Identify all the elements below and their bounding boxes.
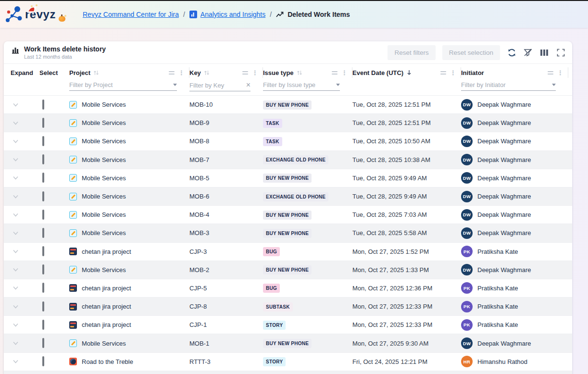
table-row[interactable]: Mobile Services MOB-2 BUY NEW PHONE Mon,… bbox=[4, 261, 572, 279]
column-menu-icon[interactable]: ⋮ bbox=[178, 70, 185, 76]
expand-chevron-icon[interactable] bbox=[13, 286, 19, 290]
revyz-logo: revyz bbox=[5, 5, 77, 24]
row-checkbox[interactable] bbox=[42, 154, 44, 164]
table-row[interactable]: chetan jira project CJP-3 BUG Mon, Oct 2… bbox=[4, 242, 572, 261]
expand-chevron-icon[interactable] bbox=[13, 231, 19, 236]
table-row[interactable]: chetan jira project CJP-5 BUG Mon, Oct 2… bbox=[4, 279, 572, 297]
column-header-event-date[interactable]: Event Date (UTC) ⋮ bbox=[352, 64, 461, 81]
row-checkbox[interactable] bbox=[42, 100, 44, 110]
table-row[interactable]: Mobile Services MOB-4 BUY NEW PHONE Tue,… bbox=[4, 205, 572, 224]
column-header-initiator[interactable]: Initiator ⋮ bbox=[461, 64, 568, 81]
row-checkbox[interactable] bbox=[42, 356, 44, 366]
column-header-project[interactable]: Project ⋮ bbox=[69, 64, 189, 81]
row-checkbox[interactable] bbox=[42, 191, 44, 201]
row-checkbox[interactable] bbox=[42, 320, 44, 330]
column-header-key[interactable]: Key ⋮ bbox=[189, 64, 263, 81]
event-date: Mon, Oct 27, 2025 12:36 PM bbox=[352, 285, 461, 292]
issue-type-filter-input[interactable] bbox=[263, 81, 334, 88]
breadcrumb-command-center-link[interactable]: Revyz Command Center for Jira bbox=[83, 11, 179, 18]
sort-desc-icon[interactable] bbox=[406, 69, 412, 76]
row-checkbox[interactable] bbox=[42, 228, 44, 238]
row-checkbox[interactable] bbox=[42, 118, 44, 128]
columns-icon[interactable] bbox=[539, 48, 549, 57]
reset-selection-button[interactable]: Reset selection bbox=[442, 45, 500, 60]
reset-filters-button[interactable]: Reset filters bbox=[388, 45, 435, 60]
expand-chevron-icon[interactable] bbox=[13, 341, 19, 346]
column-resize-icon[interactable] bbox=[548, 71, 553, 75]
initiator-name: Pratiksha Kate bbox=[477, 303, 518, 310]
initiator-filter[interactable] bbox=[461, 81, 556, 91]
row-checkbox[interactable] bbox=[42, 246, 44, 256]
expand-chevron-icon[interactable] bbox=[13, 212, 19, 217]
expand-chevron-icon[interactable] bbox=[13, 249, 19, 254]
column-resize-icon[interactable] bbox=[169, 71, 175, 75]
row-checkbox[interactable] bbox=[42, 283, 44, 293]
issue-key: CJP-3 bbox=[189, 248, 263, 255]
chevron-down-icon[interactable] bbox=[552, 84, 556, 86]
initiator-filter-input[interactable] bbox=[461, 81, 550, 88]
clear-icon[interactable]: × bbox=[246, 81, 250, 89]
project-icon bbox=[69, 321, 77, 329]
row-checkbox[interactable] bbox=[42, 136, 44, 146]
sort-icon[interactable] bbox=[93, 70, 99, 76]
table-row[interactable]: Mobile Services MOB-10 BUY NEW PHONE Tue… bbox=[4, 95, 572, 113]
column-menu-icon[interactable]: ⋮ bbox=[341, 70, 348, 76]
table-body: Mobile Services MOB-10 BUY NEW PHONE Tue… bbox=[4, 95, 572, 371]
refresh-icon[interactable] bbox=[507, 48, 516, 57]
column-menu-icon[interactable]: ⋮ bbox=[252, 70, 258, 76]
issue-type-badge: STORY bbox=[263, 321, 286, 330]
column-menu-icon[interactable]: ⋮ bbox=[450, 70, 456, 76]
issue-key: MOB-6 bbox=[189, 193, 263, 200]
expand-chevron-icon[interactable] bbox=[13, 139, 19, 144]
expand-chevron-icon[interactable] bbox=[13, 304, 19, 309]
project-name: Road to the Treble bbox=[82, 358, 133, 365]
row-checkbox[interactable] bbox=[42, 173, 44, 183]
filter-off-icon[interactable] bbox=[523, 48, 533, 57]
initiator-name: Deepak Waghmare bbox=[477, 266, 531, 274]
column-menu-icon[interactable]: ⋮ bbox=[557, 70, 563, 76]
table-row[interactable]: Mobile Services MOB-6 EXCHANGE OLD PHONE… bbox=[4, 187, 572, 205]
column-header-select: Select bbox=[39, 64, 69, 81]
column-header-issue-type[interactable]: Issue type ⋮ bbox=[263, 64, 352, 81]
column-resize-icon[interactable] bbox=[440, 71, 446, 75]
column-resize-icon[interactable] bbox=[332, 71, 338, 75]
chevron-down-icon[interactable] bbox=[336, 84, 340, 86]
sort-icon[interactable] bbox=[297, 70, 302, 76]
chevron-down-icon[interactable] bbox=[173, 84, 177, 86]
key-filter[interactable]: × bbox=[189, 81, 250, 91]
expand-chevron-icon[interactable] bbox=[13, 157, 19, 162]
initiator-avatar: PK bbox=[461, 319, 473, 331]
row-checkbox[interactable] bbox=[42, 210, 44, 220]
expand-chevron-icon[interactable] bbox=[13, 323, 19, 327]
column-resize-icon[interactable] bbox=[242, 71, 248, 75]
sort-icon[interactable] bbox=[204, 70, 210, 76]
key-filter-input[interactable] bbox=[189, 82, 244, 89]
fullscreen-icon[interactable] bbox=[556, 48, 565, 57]
expand-chevron-icon[interactable] bbox=[13, 267, 19, 272]
expand-chevron-icon[interactable] bbox=[13, 194, 19, 199]
table-row[interactable]: Mobile Services MOB-9 TASK Tue, Oct 28, … bbox=[4, 113, 572, 132]
project-filter-input[interactable] bbox=[69, 81, 171, 88]
breadcrumb-analytics[interactable]: Analytics and Insights bbox=[189, 11, 265, 18]
initiator-avatar: DW bbox=[461, 172, 473, 184]
table-row[interactable]: Road to the Treble RTTT-3 STORY Fri, Oct… bbox=[4, 352, 572, 371]
card-actions: Reset filters Reset selection bbox=[388, 45, 565, 60]
table-row[interactable]: Mobile Services MOB-5 BUY NEW PHONE Tue,… bbox=[4, 169, 572, 187]
project-filter[interactable] bbox=[69, 81, 177, 91]
table-row[interactable]: Mobile Services MOB-1 BUY NEW PHONE Mon,… bbox=[4, 334, 572, 352]
issue-type-filter[interactable] bbox=[263, 81, 340, 91]
row-checkbox[interactable] bbox=[42, 301, 44, 312]
table-row[interactable]: Mobile Services MOB-7 EXCHANGE OLD PHONE… bbox=[4, 150, 572, 169]
table-row[interactable]: Mobile Services MOB-3 BUY NEW PHONE Tue,… bbox=[4, 224, 572, 242]
expand-chevron-icon[interactable] bbox=[13, 175, 19, 180]
table-row[interactable]: chetan jira project CJP-1 STORY Mon, Oct… bbox=[4, 315, 572, 334]
table-row[interactable]: chetan jira project CJP-8 SUBTASK Mon, O… bbox=[4, 297, 572, 315]
row-checkbox[interactable] bbox=[42, 264, 44, 274]
expand-chevron-icon[interactable] bbox=[13, 121, 19, 125]
table-row[interactable]: Mobile Services MOB-8 TASK Tue, Oct 28, … bbox=[4, 132, 572, 150]
row-checkbox[interactable] bbox=[42, 338, 44, 348]
expand-chevron-icon[interactable] bbox=[13, 359, 19, 364]
expand-chevron-icon[interactable] bbox=[13, 102, 19, 107]
breadcrumb-analytics-link[interactable]: Analytics and Insights bbox=[200, 11, 265, 18]
project-icon bbox=[69, 248, 77, 255]
